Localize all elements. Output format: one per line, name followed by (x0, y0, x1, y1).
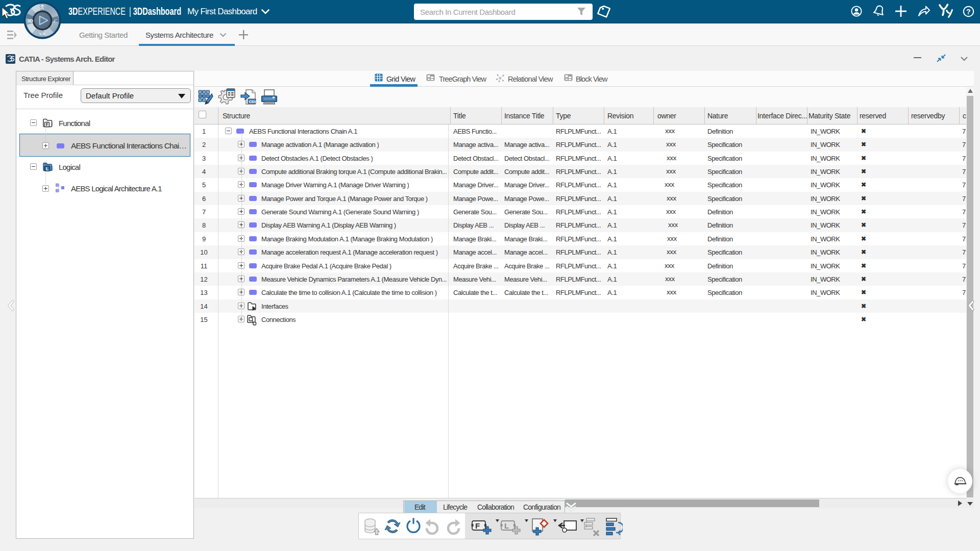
svg-text:V.R: V.R (39, 32, 45, 36)
svg-text:F: F (475, 521, 480, 530)
svg-text:3D: 3D (28, 18, 34, 23)
svg-text:CSV: CSV (249, 100, 257, 104)
svg-text:L: L (46, 166, 49, 171)
svg-text:?: ? (966, 8, 971, 16)
svg-text:F: F (46, 122, 48, 127)
svg-text:L: L (504, 521, 509, 530)
